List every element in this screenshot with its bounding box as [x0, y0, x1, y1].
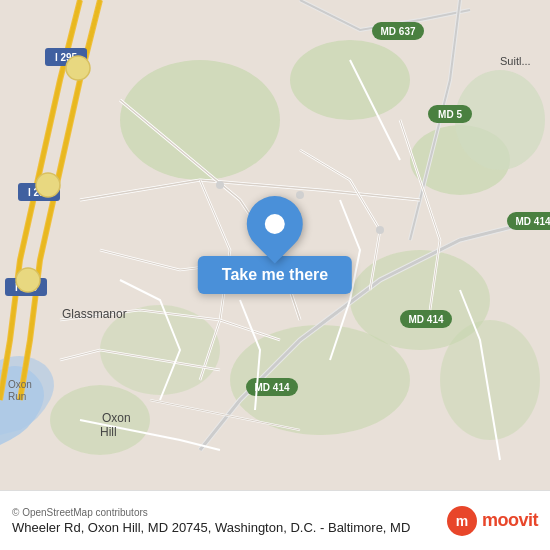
svg-text:Oxon: Oxon [102, 411, 131, 425]
bottom-bar: © OpenStreetMap contributors Wheeler Rd,… [0, 490, 550, 550]
moovit-icon-svg: m [446, 505, 478, 537]
osm-attribution: © OpenStreetMap contributors [12, 507, 410, 518]
svg-point-34 [16, 268, 40, 292]
svg-text:Run: Run [8, 391, 26, 402]
svg-text:MD 637: MD 637 [380, 26, 415, 37]
button-overlay: Take me there [198, 196, 352, 294]
svg-text:MD 414: MD 414 [515, 216, 550, 227]
svg-text:Glassmanor: Glassmanor [62, 307, 127, 321]
svg-text:Hill: Hill [100, 425, 117, 439]
svg-point-7 [50, 385, 150, 455]
svg-text:MD 414: MD 414 [408, 314, 443, 325]
bottom-left: © OpenStreetMap contributors Wheeler Rd,… [12, 507, 410, 535]
address-text: Wheeler Rd, Oxon Hill, MD 20745, Washing… [12, 520, 410, 535]
map-container: I 295 I 295 I 295 MD 637 MD 5 MD 414 MD … [0, 0, 550, 490]
svg-text:m: m [456, 513, 468, 529]
svg-point-32 [66, 56, 90, 80]
svg-text:MD 5: MD 5 [438, 109, 462, 120]
location-pin-icon [235, 184, 314, 263]
svg-point-2 [290, 40, 410, 120]
svg-text:Suitl...: Suitl... [500, 55, 531, 67]
svg-text:MD 414: MD 414 [254, 382, 289, 393]
svg-point-35 [216, 181, 224, 189]
location-pin-inner [265, 214, 285, 234]
svg-point-33 [36, 173, 60, 197]
svg-point-8 [440, 320, 540, 440]
svg-text:Oxon: Oxon [8, 379, 32, 390]
moovit-brand-text: moovit [482, 510, 538, 531]
svg-point-37 [376, 226, 384, 234]
moovit-logo: m moovit [446, 505, 538, 537]
